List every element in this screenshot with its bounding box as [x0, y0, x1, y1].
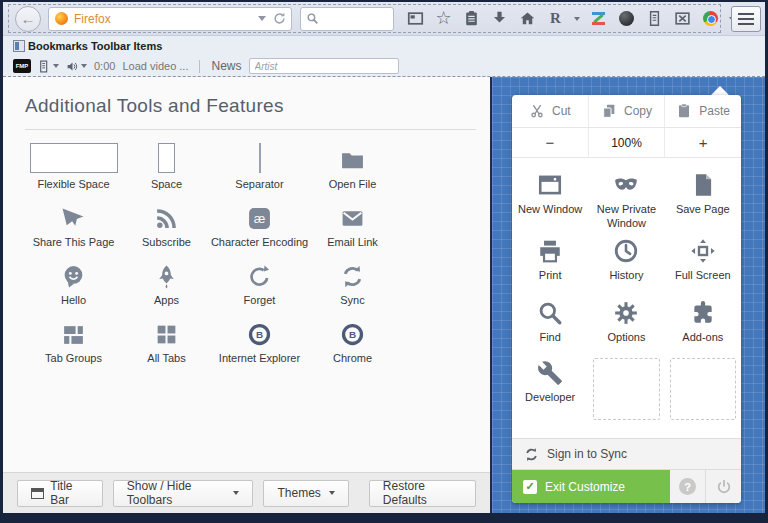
downloads-button[interactable] — [490, 9, 509, 28]
panel-item-history[interactable]: History — [588, 232, 664, 294]
palette-item-open-file[interactable]: Open File — [306, 134, 399, 192]
panel-item-options[interactable]: Options — [588, 294, 664, 354]
panel-item-full-screen[interactable]: Full Screen — [665, 232, 741, 294]
palette-item-internet-explorer[interactable]: B Internet Explorer — [213, 308, 306, 366]
palette-item-tab-groups[interactable]: Tab Groups — [27, 308, 120, 366]
envelope-icon — [340, 206, 365, 231]
panel-footer: ✓ Exit Customize ? — [512, 469, 741, 503]
panel-item-add-ons[interactable]: Add-ons — [665, 294, 741, 354]
cut-button[interactable]: Cut — [512, 95, 588, 127]
load-video-label[interactable]: Load video ... — [122, 60, 188, 72]
panel-item-find[interactable]: Find — [512, 294, 588, 354]
extension-orb-button[interactable] — [617, 9, 636, 28]
customize-palette-area: Additional Tools and Features Flexible S… — [3, 77, 490, 513]
palette-item-share[interactable]: Share This Page — [27, 192, 120, 250]
palette-item-character-encoding[interactable]: æ Character Encoding — [213, 192, 306, 250]
title-bar-button-label: Title Bar — [50, 479, 88, 507]
extension-r-button[interactable]: R — [546, 9, 565, 28]
panel-item-print[interactable]: Print — [512, 232, 588, 294]
themes-label: Themes — [277, 486, 320, 500]
extension-r-caret-icon[interactable] — [574, 17, 580, 21]
palette-item-label: Apps — [154, 294, 179, 306]
rocket-icon — [154, 264, 179, 289]
panel-item-label: History — [609, 269, 643, 283]
page-icon — [646, 10, 663, 27]
volume-button[interactable] — [66, 60, 87, 73]
panel-item-new-private-window[interactable]: New Private Window — [588, 166, 664, 232]
show-hide-toolbars-button[interactable]: Show / Hide Toolbars — [113, 480, 254, 507]
paper-plane-icon — [61, 206, 86, 231]
power-button[interactable] — [705, 470, 741, 503]
palette-item-label: Subscribe — [142, 236, 191, 248]
home-button[interactable] — [518, 9, 537, 28]
fmp-badge[interactable]: FMP — [13, 59, 31, 73]
copy-icon — [601, 103, 617, 119]
chrome-button[interactable] — [701, 9, 720, 28]
bookmark-star-button[interactable]: ☆ — [434, 9, 453, 28]
panel-item-developer[interactable]: Developer — [512, 354, 588, 438]
news-label[interactable]: News — [211, 59, 241, 73]
checkmark-icon: ✓ — [523, 480, 537, 494]
artist-input[interactable] — [249, 58, 399, 74]
zoom-in-button[interactable]: + — [664, 128, 741, 157]
palette-item-forget[interactable]: Forget — [213, 250, 306, 308]
palette-item-flexible-space[interactable]: Flexible Space — [27, 134, 120, 192]
empty-panel-slot[interactable] — [670, 358, 736, 420]
panel-item-label: Save Page — [676, 203, 730, 217]
palette-item-label: Hello — [61, 294, 86, 306]
media-time: 0:00 — [94, 60, 115, 72]
playlist-button[interactable] — [38, 60, 59, 73]
cut-label: Cut — [552, 104, 571, 118]
reload-icon[interactable] — [272, 11, 287, 26]
palette-item-sync[interactable]: Sync — [306, 250, 399, 308]
palette-item-hello[interactable]: Hello — [27, 250, 120, 308]
bookmarks-toolbar[interactable]: Bookmarks Toolbar Items — [3, 36, 765, 56]
palette-item-space[interactable]: Space — [120, 134, 213, 192]
palette-item-apps[interactable]: Apps — [120, 250, 213, 308]
panel-item-new-window[interactable]: New Window — [512, 166, 588, 232]
clipboard-button[interactable] — [462, 9, 481, 28]
title-bar-button[interactable]: Title Bar — [17, 480, 103, 507]
bookmarks-toolbar-icon — [13, 40, 25, 52]
palette-item-all-tabs[interactable]: All Tabs — [120, 308, 213, 366]
palette-divider — [25, 129, 476, 130]
themes-button[interactable]: Themes — [263, 480, 348, 507]
firefox-favicon-icon — [55, 12, 68, 25]
tab-view-button[interactable] — [406, 9, 425, 28]
notes-page-button[interactable] — [645, 9, 664, 28]
restore-defaults-button[interactable]: Restore Defaults — [369, 480, 476, 507]
title-bar-icon — [31, 488, 44, 499]
palette-item-label: Separator — [235, 178, 283, 190]
palette-item-email-link[interactable]: Email Link — [306, 192, 399, 250]
exit-customize-label: Exit Customize — [545, 480, 625, 494]
paste-button[interactable]: Paste — [664, 95, 741, 127]
back-button[interactable]: ← — [15, 6, 41, 32]
dropdown-caret-icon — [233, 491, 239, 495]
help-button[interactable]: ? — [670, 470, 705, 503]
empty-panel-slot[interactable] — [593, 358, 659, 420]
zoom-level[interactable]: 100% — [588, 128, 665, 157]
full-screen-icon — [690, 237, 716, 264]
playlist-caret-icon — [53, 64, 59, 68]
chrome-circle-icon: B — [340, 322, 365, 347]
search-bar[interactable] — [300, 7, 394, 31]
palette-item-separator[interactable]: Separator — [213, 134, 306, 192]
rss-icon — [154, 206, 179, 231]
hamburger-menu-button[interactable] — [731, 6, 761, 32]
panel-item-save-page[interactable]: Save Page — [665, 166, 741, 232]
sign-in-to-sync-button[interactable]: Sign in to Sync — [512, 438, 741, 469]
palette-item-subscribe[interactable]: Subscribe — [120, 192, 213, 250]
urlbar-dropdown-caret-icon[interactable] — [258, 16, 266, 21]
zoom-out-button[interactable]: − — [512, 128, 588, 157]
search-input[interactable] — [323, 13, 383, 25]
exit-customize-button[interactable]: ✓ Exit Customize — [512, 470, 670, 503]
extension-z-button[interactable] — [589, 9, 608, 28]
url-bar[interactable]: Firefox — [48, 7, 292, 31]
copy-button[interactable]: Copy — [588, 95, 665, 127]
boxed-x-button[interactable] — [673, 9, 692, 28]
palette-item-chrome[interactable]: B Chrome — [306, 308, 399, 366]
restore-defaults-label: Restore Defaults — [383, 479, 462, 507]
palette-item-label: Space — [151, 178, 182, 190]
gear-icon — [613, 299, 639, 326]
navigation-toolbar: ← Firefox — [3, 2, 765, 36]
